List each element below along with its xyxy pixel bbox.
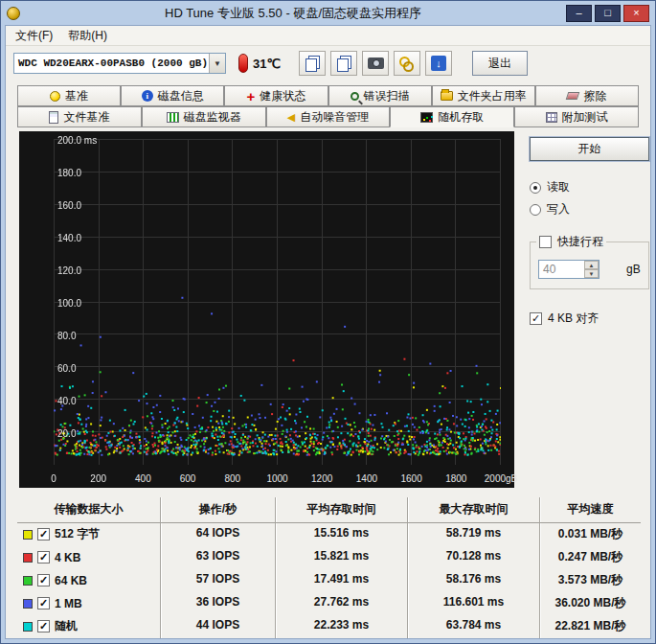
minimize-button[interactable]: – (566, 5, 592, 22)
short-stroke-group: 快捷行程 40 ▲ ▼ gB (530, 234, 649, 289)
y-tick-label: 180.0 (57, 168, 81, 178)
copy-image-button[interactable] (330, 51, 357, 76)
random-access-icon (420, 112, 433, 123)
tab-label: 文件夹占用率 (458, 88, 527, 104)
tab-random-access[interactable]: 随机存取 (390, 106, 514, 127)
align-4kb-checkbox[interactable]: ✓ 4 KB 对齐 (530, 310, 649, 327)
copy-text-button[interactable] (299, 51, 326, 76)
avg-speed-value: 0.247 MB/秒 (540, 546, 641, 569)
series-checkbox[interactable]: ✓ (37, 620, 50, 632)
speaker-icon: ◀ (287, 112, 295, 123)
short-stroke-size-value: 40 (539, 261, 584, 278)
window-controls: – □ × (566, 5, 649, 22)
table-row: ✓ 随机 44 IOPS 22.233 ms 63.784 ms 22.821 … (17, 615, 641, 638)
series-checkbox[interactable]: ✓ (37, 528, 50, 540)
close-button[interactable]: × (623, 5, 649, 22)
y-tick-label: 20.0 (57, 428, 76, 439)
info-icon: i (142, 90, 153, 102)
spinner: ▲ ▼ (584, 261, 599, 278)
avg-access-value: 15.821 ms (276, 546, 408, 569)
iops-value: 63 IOPS (161, 546, 276, 569)
short-stroke-size-input[interactable]: 40 ▲ ▼ (538, 260, 599, 279)
series-label: 512 字节 (55, 526, 100, 542)
chevron-down-icon[interactable]: ▼ (209, 54, 225, 73)
extra-tests-icon (546, 112, 557, 123)
screenshot-button[interactable] (362, 51, 389, 76)
exit-button[interactable]: 退出 (472, 51, 528, 76)
iops-value: 36 IOPS (161, 592, 276, 615)
table-row: ✓ 64 KB 57 IOPS 17.491 ms 58.176 ms 3.57… (17, 569, 641, 592)
read-radio[interactable]: 读取 (530, 179, 649, 196)
tab-label: 错误扫描 (364, 88, 410, 104)
toolbar: WDC WD20EARX-00PASB0 (2000 gB) ▼ 31℃ ↓ 退… (6, 46, 650, 80)
tab-label: 健康状态 (260, 88, 305, 104)
series-label: 随机 (55, 618, 78, 634)
max-access-value: 58.719 ms (408, 523, 540, 546)
spin-up-icon[interactable]: ▲ (584, 261, 599, 269)
x-tick-label: 1000 (266, 473, 287, 484)
tab-label: 文件基准 (63, 109, 109, 126)
x-tick-label: 600 (180, 473, 196, 484)
column-header: 传输数据大小 (17, 497, 161, 523)
y-tick-label: 120.0 (57, 265, 81, 276)
x-tick-label: 1600 (400, 473, 421, 484)
radio-icon (530, 204, 541, 216)
series-color-swatch (23, 576, 33, 586)
iops-value: 57 IOPS (161, 569, 276, 592)
menu-file[interactable]: 文件(F) (8, 26, 60, 46)
tab-folder-usage[interactable]: 文件夹占用率 (432, 85, 535, 106)
scatter-canvas (54, 139, 501, 465)
window-title: HD Tune 专业版 5.50 - 硬盘/固态硬盘实用程序 (24, 5, 562, 22)
magnifier-icon (351, 92, 359, 101)
x-tick-label: 1400 (356, 473, 377, 484)
iops-value: 44 IOPS (161, 615, 276, 638)
tab-extra-tests[interactable]: 附加测试 (514, 106, 639, 127)
x-tick-label: 1200 (311, 473, 332, 484)
download-arrow-icon: ↓ (431, 56, 446, 71)
short-stroke-checkbox[interactable]: 快捷行程 (539, 234, 603, 250)
titlebar[interactable]: HD Tune 专业版 5.50 - 硬盘/固态硬盘实用程序 – □ × (5, 1, 651, 25)
y-tick-label: 140.0 (57, 233, 81, 243)
tab-disk-info[interactable]: i 磁盘信息 (121, 85, 224, 106)
series-label: 4 KB (55, 551, 80, 564)
write-radio[interactable]: 写入 (530, 201, 649, 218)
menu-help[interactable]: 帮助(H) (60, 26, 115, 46)
avg-speed-value: 0.031 MB/秒 (540, 523, 641, 546)
tab-file-benchmark[interactable]: 文件基准 (17, 106, 142, 127)
max-access-value: 70.128 ms (408, 546, 540, 569)
start-button[interactable]: 开始 (530, 137, 649, 161)
drive-select[interactable]: WDC WD20EARX-00PASB0 (2000 gB) ▼ (13, 53, 226, 74)
y-tick-label: 160.0 (57, 200, 81, 211)
checkbox-checked-icon: ✓ (530, 312, 542, 325)
options-button[interactable] (394, 51, 420, 76)
avg-access-value: 17.491 ms (276, 569, 408, 592)
series-checkbox[interactable]: ✓ (37, 574, 50, 586)
series-color-swatch (23, 553, 33, 563)
avg-speed-value: 3.573 MB/秒 (540, 569, 641, 592)
write-label: 写入 (547, 201, 570, 218)
tab-error-scan[interactable]: 错误扫描 (328, 85, 432, 106)
series-checkbox[interactable]: ✓ (37, 597, 50, 610)
temperature-value: 31℃ (253, 57, 281, 71)
tab-erase[interactable]: 擦除 (535, 85, 639, 106)
x-tick-label: 0 (51, 473, 57, 484)
column-header: 操作/秒 (161, 497, 276, 523)
spin-down-icon[interactable]: ▼ (584, 269, 599, 278)
tab-benchmark[interactable]: 基准 (17, 85, 121, 106)
series-checkbox[interactable]: ✓ (37, 551, 50, 564)
tab-label: 磁盘信息 (158, 88, 204, 104)
app-icon (7, 7, 20, 20)
tab-strip: 基准 i 磁盘信息 + 健康状态 错误扫描 文件夹占用率 (6, 80, 650, 127)
tab-row-2: 文件基准 磁盘监视器 ◀ 自动噪音管理 随机存取 附加测试 (17, 106, 639, 127)
tab-disk-monitor[interactable]: 磁盘监视器 (142, 106, 266, 127)
read-label: 读取 (547, 179, 570, 196)
update-button[interactable]: ↓ (425, 51, 452, 76)
table-header-row: 传输数据大小 操作/秒 平均存取时间 最大存取时间 平均速度 (17, 497, 641, 523)
max-access-value: 116.601 ms (408, 592, 540, 615)
tab-aam[interactable]: ◀ 自动噪音管理 (266, 106, 391, 127)
results-table: 传输数据大小 操作/秒 平均存取时间 最大存取时间 平均速度 ✓ 512 字节 … (17, 497, 641, 638)
tab-health[interactable]: + 健康状态 (224, 85, 328, 106)
maximize-button[interactable]: □ (595, 5, 621, 22)
table-row: ✓ 4 KB 63 IOPS 15.821 ms 70.128 ms 0.247… (17, 546, 641, 569)
drive-select-value: WDC WD20EARX-00PASB0 (2000 gB) (14, 54, 209, 73)
